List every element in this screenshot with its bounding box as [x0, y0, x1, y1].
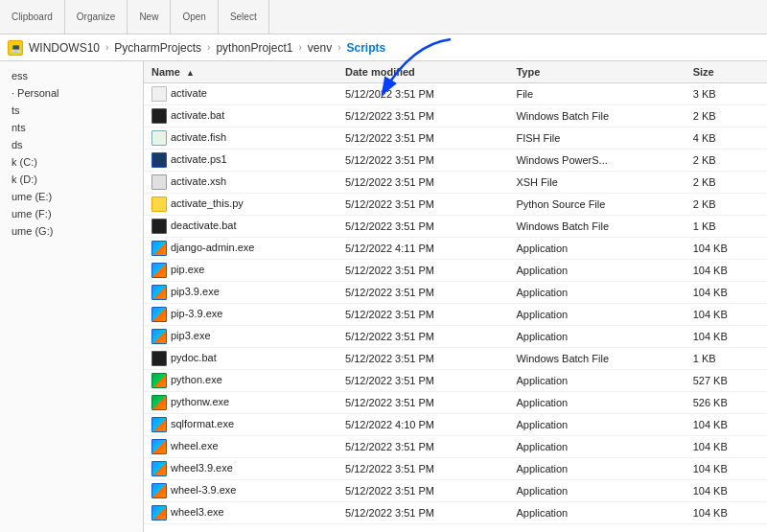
file-icon	[151, 108, 167, 124]
file-type: Windows PowerS...	[508, 150, 685, 172]
sidebar-item[interactable]: ts	[0, 102, 143, 119]
file-icon	[151, 263, 167, 278]
table-row[interactable]: activate.ps15/12/2022 3:51 PMWindows Pow…	[144, 150, 767, 172]
table-row[interactable]: pip3.exe5/12/2022 3:51 PMApplication104 …	[144, 326, 767, 348]
breadcrumb-item-venv[interactable]: venv	[308, 41, 332, 55]
file-name-text: activate.ps1	[171, 153, 227, 165]
breadcrumb-item-pycharm[interactable]: PycharmProjects	[114, 41, 201, 55]
clipboard-label: Clipboard	[12, 12, 53, 22]
file-name-cell: pip.exe	[144, 260, 337, 282]
file-date: 5/12/2022 4:11 PM	[337, 238, 508, 260]
table-row[interactable]: activate.bat5/12/2022 3:51 PMWindows Bat…	[144, 105, 767, 127]
table-row[interactable]: django-admin.exe5/12/2022 4:11 PMApplica…	[144, 238, 767, 260]
table-row[interactable]: pythonw.exe5/12/2022 3:51 PMApplication5…	[144, 392, 767, 414]
file-date: 5/12/2022 3:51 PM	[337, 260, 508, 282]
table-row[interactable]: wheel.exe5/12/2022 3:51 PMApplication104…	[144, 436, 767, 458]
file-type: Application	[508, 260, 685, 282]
breadcrumb: 💻 WINDOWS10 › PycharmProjects › pythonPr…	[0, 35, 767, 61]
file-size: 527 KB	[686, 370, 767, 392]
file-icon	[151, 461, 167, 476]
breadcrumb-sep-1: ›	[105, 42, 108, 53]
sidebar-item[interactable]: · Personal	[0, 84, 143, 102]
file-icon	[151, 241, 167, 256]
col-type[interactable]: Type	[508, 61, 685, 83]
sidebar-item[interactable]: ume (G:)	[0, 222, 143, 240]
file-date: 5/12/2022 3:51 PM	[337, 194, 508, 216]
table-row[interactable]: wheel3.exe5/12/2022 3:51 PMApplication10…	[144, 502, 767, 524]
file-size: 1 KB	[686, 348, 767, 370]
file-date: 5/12/2022 3:51 PM	[337, 458, 508, 480]
sidebar-item[interactable]: nts	[0, 119, 143, 136]
file-name-cell: activate.fish	[144, 127, 337, 150]
breadcrumb-item-project[interactable]: pythonProject1	[216, 41, 292, 55]
table-row[interactable]: pip-3.9.exe5/12/2022 3:51 PMApplication1…	[144, 304, 767, 326]
file-size: 104 KB	[686, 480, 767, 502]
sidebar-item[interactable]: k (D:)	[0, 171, 143, 188]
file-type: Application	[508, 326, 685, 348]
file-date: 5/12/2022 3:51 PM	[337, 172, 508, 194]
file-name-cell: wheel-3.9.exe	[144, 480, 337, 502]
file-icon	[151, 307, 167, 322]
table-row[interactable]: sqlformat.exe5/12/2022 4:10 PMApplicatio…	[144, 414, 767, 436]
table-row[interactable]: pip.exe5/12/2022 3:51 PMApplication104 K…	[144, 260, 767, 282]
file-date: 5/12/2022 3:51 PM	[337, 370, 508, 392]
sidebar-item[interactable]: k (C:)	[0, 153, 143, 171]
file-name-text: pip3.exe	[171, 330, 211, 341]
toolbar-clipboard: Clipboard	[0, 0, 65, 34]
file-size: 104 KB	[686, 304, 767, 326]
file-name-text: activate.xsh	[171, 175, 226, 187]
file-size: 2 KB	[686, 105, 767, 127]
file-type: Windows Batch File	[508, 348, 685, 370]
sidebar-item[interactable]: ess	[0, 67, 143, 84]
file-icon	[151, 152, 167, 168]
col-size[interactable]: Size	[686, 61, 767, 83]
toolbar-new: New	[128, 0, 171, 34]
table-row[interactable]: activate.fish5/12/2022 3:51 PMFISH File4…	[144, 127, 767, 150]
file-name-cell: wheel3.exe	[144, 502, 337, 524]
file-date: 5/12/2022 3:51 PM	[337, 150, 508, 172]
file-size: 2 KB	[686, 172, 767, 194]
table-row[interactable]: python.exe5/12/2022 3:51 PMApplication52…	[144, 370, 767, 392]
file-name-cell: wheel.exe	[144, 436, 337, 458]
table-row[interactable]: activate_this.py5/12/2022 3:51 PMPython …	[144, 194, 767, 216]
file-date: 5/12/2022 3:51 PM	[337, 127, 508, 150]
sidebar-item[interactable]: ume (E:)	[0, 188, 143, 205]
file-size: 3 KB	[686, 83, 767, 105]
file-size: 1 KB	[686, 216, 767, 238]
breadcrumb-item-scripts[interactable]: Scripts	[347, 41, 386, 55]
table-row[interactable]: wheel3.9.exe5/12/2022 3:51 PMApplication…	[144, 458, 767, 480]
file-name-text: pythonw.exe	[171, 396, 229, 407]
file-date: 5/12/2022 3:51 PM	[337, 304, 508, 326]
sidebar-item[interactable]: ume (F:)	[0, 205, 143, 222]
file-type: Windows Batch File	[508, 216, 685, 238]
table-row[interactable]: wheel-3.9.exe5/12/2022 3:51 PMApplicatio…	[144, 480, 767, 502]
table-row[interactable]: activate5/12/2022 3:51 PMFile3 KB	[144, 83, 767, 105]
file-name-cell: activate.ps1	[144, 150, 337, 172]
file-name-cell: activate	[144, 83, 337, 105]
main-layout: ess· Personaltsntsdsk (C:)k (D:)ume (E:)…	[0, 61, 767, 532]
file-size: 2 KB	[686, 150, 767, 172]
col-date[interactable]: Date modified	[337, 61, 508, 83]
file-type: FISH File	[508, 127, 685, 150]
file-type: Application	[508, 414, 685, 436]
new-label: New	[139, 12, 158, 22]
file-type: Application	[508, 502, 685, 524]
file-type: Application	[508, 238, 685, 260]
table-row[interactable]: deactivate.bat5/12/2022 3:51 PMWindows B…	[144, 216, 767, 238]
file-type: XSH File	[508, 172, 685, 194]
table-row[interactable]: pydoc.bat5/12/2022 3:51 PMWindows Batch …	[144, 348, 767, 370]
file-type: Application	[508, 392, 685, 414]
table-row[interactable]: activate.xsh5/12/2022 3:51 PMXSH File2 K…	[144, 172, 767, 194]
file-icon	[151, 417, 167, 432]
breadcrumb-item-windows10[interactable]: WINDOWS10	[29, 41, 100, 55]
file-type: Application	[508, 436, 685, 458]
file-name-text: activate.fish	[171, 131, 226, 143]
col-name[interactable]: Name ▲	[144, 61, 337, 83]
table-row[interactable]: pip3.9.exe5/12/2022 3:51 PMApplication10…	[144, 282, 767, 304]
file-icon	[151, 329, 167, 344]
file-name-cell: pydoc.bat	[144, 348, 337, 370]
sidebar-item[interactable]: ds	[0, 136, 143, 153]
file-icon	[151, 483, 167, 498]
toolbar-organize: Organize	[65, 0, 128, 34]
file-size: 4 KB	[686, 127, 767, 150]
